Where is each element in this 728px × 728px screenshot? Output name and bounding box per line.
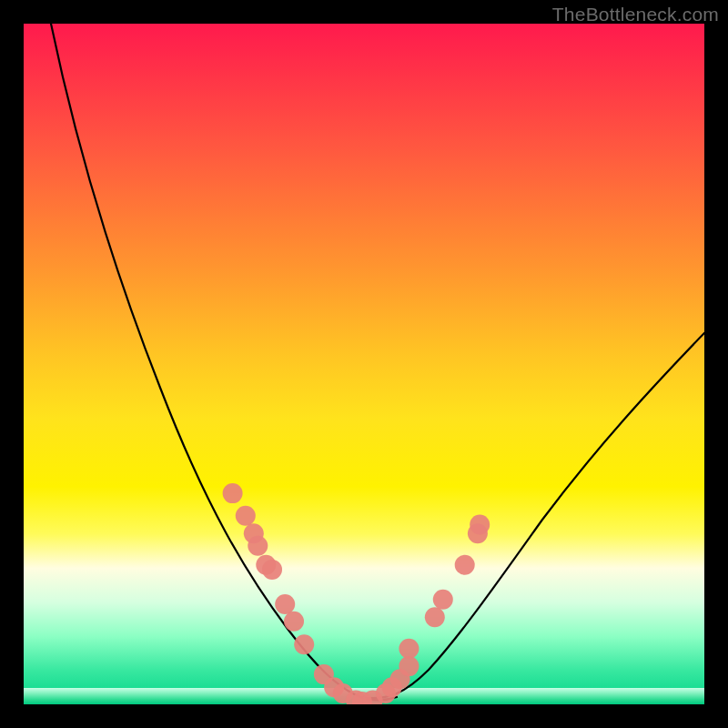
data-point bbox=[275, 594, 295, 614]
data-point bbox=[433, 590, 453, 610]
data-point bbox=[294, 634, 314, 654]
chart-frame: TheBottleneck.com bbox=[0, 0, 728, 728]
data-point bbox=[399, 656, 419, 676]
curve-left-and-bottom bbox=[51, 24, 397, 700]
data-point bbox=[244, 523, 264, 543]
data-point bbox=[262, 560, 282, 580]
data-point bbox=[223, 483, 243, 503]
data-point bbox=[236, 506, 256, 526]
plot-area bbox=[24, 24, 704, 704]
data-point bbox=[284, 612, 304, 632]
data-point bbox=[468, 523, 488, 543]
data-point bbox=[399, 639, 419, 659]
data-points-svg bbox=[24, 24, 704, 704]
curve-right bbox=[360, 333, 704, 698]
data-points-group bbox=[223, 483, 490, 704]
data-point bbox=[256, 555, 276, 575]
data-point bbox=[470, 515, 490, 535]
data-point bbox=[390, 669, 410, 689]
bottom-gradient-strip bbox=[24, 688, 704, 704]
data-point bbox=[425, 607, 445, 627]
bottleneck-curve-svg bbox=[24, 24, 704, 704]
data-point bbox=[314, 664, 334, 684]
watermark-text: TheBottleneck.com bbox=[552, 4, 719, 25]
data-point bbox=[248, 536, 268, 556]
data-point bbox=[455, 555, 475, 575]
